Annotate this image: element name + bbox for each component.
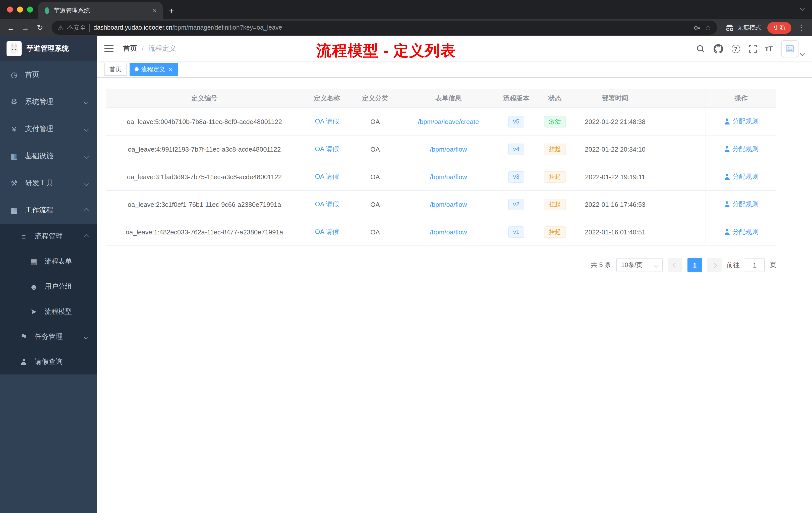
github-icon[interactable]: [713, 44, 723, 54]
definition-name-link[interactable]: OA 请假: [315, 117, 339, 126]
search-icon[interactable]: [696, 44, 705, 53]
form-link[interactable]: /bpm/oa/flow: [430, 173, 467, 180]
sidebar-logo[interactable]: 芋道管理系统: [0, 36, 97, 61]
sidebar-item-payment[interactable]: ¥ 支付管理: [0, 116, 97, 143]
browser-menu-icon[interactable]: ⋮: [798, 23, 805, 32]
cell-definition-id: oa_leave:1:482ec033-762a-11ec-8477-a2380…: [106, 218, 303, 245]
definition-name-link[interactable]: OA 请假: [315, 145, 339, 154]
cell-actions: 分配规则: [705, 108, 776, 135]
not-secure-label[interactable]: 不安全: [67, 23, 86, 32]
next-page-button[interactable]: [707, 258, 722, 272]
tag-process-definition[interactable]: 流程定义 ×: [129, 63, 177, 76]
form-link[interactable]: /bpm/oa/flow: [430, 228, 467, 236]
breadcrumb: 首页 / 流程定义: [123, 44, 176, 53]
sidebar-item-user-group[interactable]: ☻ 用户分组: [0, 274, 97, 299]
assign-rule-link[interactable]: 分配规则: [724, 228, 758, 236]
table-header-row: 定义编号 定义名称 定义分类 表单信息 流程版本 状态 部署时间 操作: [106, 89, 776, 108]
cell-status: 激活: [535, 108, 575, 135]
form-link[interactable]: /bpm/oa/leave/create: [418, 118, 479, 125]
cell-deploy-time: 2022-01-22 20:34:10: [575, 135, 655, 163]
fullscreen-icon[interactable]: [749, 45, 756, 53]
sidebar-item-process-management[interactable]: ≡ 流程管理: [0, 224, 97, 249]
reload-button[interactable]: ↻: [33, 21, 47, 34]
zoom-window-button[interactable]: [27, 6, 33, 12]
cell-definition-name: OA 请假: [303, 218, 351, 245]
assign-rule-label: 分配规则: [732, 117, 758, 126]
sidebar-item-workflow[interactable]: ▦ 工作流程: [0, 197, 97, 224]
key-icon[interactable]: [694, 24, 701, 31]
version-badge: v3: [508, 171, 524, 182]
new-tab-button[interactable]: +: [169, 6, 174, 16]
task-icon: ⚑: [19, 332, 28, 341]
assign-rule-link[interactable]: 分配规则: [724, 145, 758, 154]
breadcrumb-home[interactable]: 首页: [123, 44, 137, 53]
version-badge: v2: [508, 199, 524, 210]
forward-button[interactable]: →: [19, 21, 32, 34]
cell-form-info: /bpm/oa/flow: [399, 135, 498, 163]
back-button[interactable]: ←: [4, 21, 18, 34]
chevron-down-icon: [84, 126, 89, 131]
cell-version: v3: [498, 163, 535, 190]
cell-category: OA: [351, 108, 399, 135]
sidebar-item-task-management[interactable]: ⚑ 任务管理: [0, 324, 97, 350]
form-link[interactable]: /bpm/oa/flow: [430, 201, 467, 208]
sidebar-item-leave-query[interactable]: 请假查询: [0, 350, 97, 374]
col-actions: 操作: [705, 89, 776, 108]
user-menu[interactable]: [781, 40, 805, 57]
font-size-icon[interactable]: тT: [765, 45, 773, 53]
help-icon[interactable]: ?: [731, 44, 740, 53]
update-button[interactable]: 更新: [767, 22, 791, 33]
sidebar-item-home[interactable]: ◷ 首页: [0, 61, 97, 88]
yen-icon: ¥: [9, 125, 19, 133]
cell-definition-id: oa_leave:4:991f2193-7b7f-11ec-a3c8-acde4…: [106, 135, 303, 163]
close-window-button[interactable]: [7, 6, 13, 12]
form-link[interactable]: /bpm/oa/flow: [430, 145, 467, 153]
person-icon: [724, 201, 730, 207]
col-definition-id: 定义编号: [106, 89, 303, 108]
tab-close-icon[interactable]: ×: [153, 6, 157, 14]
cell-actions: 分配规则: [705, 163, 776, 190]
assign-rule-link[interactable]: 分配规则: [724, 117, 758, 126]
assign-rule-link[interactable]: 分配规则: [724, 172, 758, 181]
avatar[interactable]: [781, 40, 799, 57]
app-container: 芋道管理系统 ◷ 首页 ⚙ 系统管理 ¥ 支付管理 ▥ 基础设施: [0, 36, 812, 513]
cell-version: v4: [498, 135, 535, 163]
cell-form-info: /bpm/oa/flow: [399, 191, 498, 218]
assign-rule-link[interactable]: 分配规则: [724, 200, 758, 209]
cell-version: v2: [498, 191, 535, 218]
version-badge: v4: [508, 143, 524, 155]
address-bar[interactable]: ⚠ 不安全 dashboard.yudao.iocoder.cn/bpm/man…: [52, 21, 717, 35]
cell-definition-name: OA 请假: [303, 108, 351, 135]
sidebar-toggle-icon[interactable]: [105, 45, 115, 53]
page-size-select[interactable]: 10条/页: [616, 258, 663, 272]
browser-tab[interactable]: 芋道管理系统 ×: [38, 2, 163, 19]
definition-name-link[interactable]: OA 请假: [315, 200, 339, 209]
definition-name-link[interactable]: OA 请假: [315, 228, 339, 236]
cell-category: OA: [351, 191, 399, 218]
tag-label: 流程定义: [141, 65, 165, 73]
sidebar-item-infrastructure[interactable]: ▥ 基础设施: [0, 143, 97, 170]
bookmark-star-icon[interactable]: ☆: [705, 24, 711, 32]
pagination-total: 共 5 条: [591, 261, 611, 270]
goto-page-input[interactable]: [745, 258, 765, 272]
sidebar-item-devtools[interactable]: ⚒ 研发工具: [0, 170, 97, 197]
person-icon: [724, 146, 730, 152]
goto-label: 前往: [727, 261, 740, 270]
url-text: dashboard.yudao.iocoder.cn/bpm/manager/d…: [93, 24, 282, 31]
tag-close-icon[interactable]: ×: [169, 66, 173, 72]
definition-name-link[interactable]: OA 请假: [315, 172, 339, 181]
minimize-window-button[interactable]: [17, 6, 23, 12]
tab-search-chevron-icon[interactable]: [801, 3, 804, 12]
tag-home[interactable]: 首页: [105, 63, 126, 76]
assign-rule-label: 分配规则: [732, 200, 758, 209]
sidebar-item-label: 系统管理: [25, 97, 78, 107]
sidebar-item-process-model[interactable]: ➤ 流程模型: [0, 299, 97, 324]
cell-form-info: /bpm/oa/flow: [399, 218, 498, 245]
sidebar-item-label: 任务管理: [35, 332, 78, 341]
prev-page-button[interactable]: [668, 258, 683, 272]
workflow-submenu: ≡ 流程管理 ▤ 流程表单 ☻ 用户分组 ➤ 流程模型 ⚑: [0, 224, 97, 374]
incognito-label: 无痕模式: [737, 23, 761, 32]
sidebar-item-system[interactable]: ⚙ 系统管理: [0, 88, 97, 116]
page-number-button[interactable]: 1: [688, 258, 702, 272]
sidebar-item-process-form[interactable]: ▤ 流程表单: [0, 249, 97, 274]
